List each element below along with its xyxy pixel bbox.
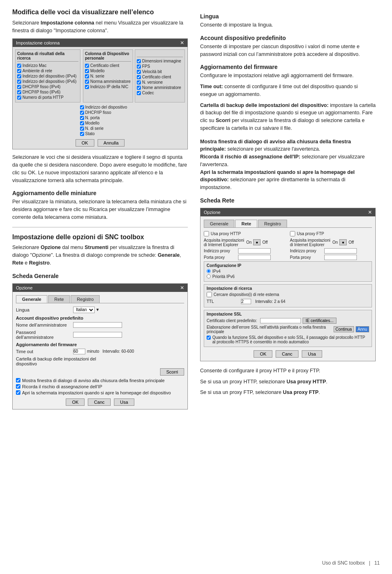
para-account: Consente di impostare per ciascun dispos…: [200, 43, 376, 58]
ssl-checkbox[interactable]: [207, 336, 211, 340]
on-btn-ftp[interactable]: ●: [339, 239, 347, 245]
ipv4-label: IPv4: [212, 269, 220, 274]
section-snc: Impostazione delle opzioni di SNC toolbo…: [12, 233, 188, 267]
ricerca-section: Impostazione di ricerca Cercare disposit…: [204, 284, 372, 307]
elaborazione-label: Elaborazione dell’errore SSL nell’attivi…: [207, 325, 332, 334]
rete-usa-button[interactable]: Usa: [302, 350, 322, 358]
tab-rete-generale[interactable]: Generale: [204, 220, 234, 227]
col-check-nver: N. versione: [137, 80, 183, 85]
tab-generale[interactable]: Generale: [16, 295, 47, 303]
ind-proxy-http-input[interactable]: [238, 248, 271, 254]
nome-label: Nome dell’amministratore: [16, 323, 73, 327]
col-check-dhcp-disp: DHCP/IP fisso: [80, 110, 132, 115]
dialog-opzione-generale: Opzione ✕ Generale Rete Registro Lingua: [12, 283, 188, 409]
dialog-close-colonna[interactable]: ✕: [180, 40, 184, 46]
on-btn-http[interactable]: ●: [253, 239, 261, 245]
config-ip-label: Configurazione IP: [207, 263, 369, 268]
ssl-section-label: Impostazione SSL: [207, 312, 369, 316]
annu-button[interactable]: Annu: [356, 326, 369, 332]
password-row: Password dell’amministratore: [16, 330, 184, 340]
tab-rete-registro[interactable]: Registro: [258, 220, 287, 227]
proxy-ftp-checkbox[interactable]: [290, 231, 295, 236]
col-section-dispositivo2: . Dimensioni immagine FPS Velocità bit C…: [135, 49, 185, 102]
section-firmware: Aggiornamento del firmware Configurare l…: [200, 64, 376, 132]
proxy-ftp-check-row: Usa proxy FTP: [290, 231, 372, 236]
col-check-nic: Indirizzo IP della NIC: [85, 85, 131, 89]
off-label-ftp: Off: [348, 240, 354, 245]
scorri-button[interactable]: Scorri: [160, 368, 184, 376]
cercare-checkbox[interactable]: [207, 292, 212, 297]
ind-proxy-http-row: Indirizzo proxy: [204, 248, 286, 254]
tab-rete[interactable]: Rete: [48, 295, 70, 303]
ie-cert-button[interactable]: IE certificates...: [303, 318, 336, 324]
cartella-label: Cartella di backup delle impostazioni de…: [16, 356, 98, 366]
password-label: Password dell’amministratore: [16, 330, 73, 340]
check1-input[interactable]: [16, 378, 20, 383]
ipv6-radio[interactable]: [207, 274, 211, 278]
cert-input[interactable]: [260, 318, 301, 323]
dialog-title-bar-generale: Opzione ✕: [13, 284, 187, 292]
generale-usa-button[interactable]: Usa: [114, 398, 134, 406]
heading-scheda-rete: Scheda Rete: [200, 197, 376, 204]
col-check-dim: Dimensioni immagine: [137, 59, 183, 63]
dialog-close-rete[interactable]: ✕: [368, 209, 372, 215]
porta-proxy-http-input[interactable]: [238, 255, 271, 260]
password-input[interactable]: [73, 332, 122, 338]
col-check-dhcp6: DHCP/IP fisso (IPv6): [17, 90, 78, 94]
generale-ok-button[interactable]: OK: [66, 398, 85, 406]
tab-rete-rete[interactable]: Rete: [235, 220, 257, 227]
ind-proxy-http-label: Indirizzo proxy: [204, 249, 236, 253]
ttl-input[interactable]: [241, 299, 251, 304]
dialog-close-generale[interactable]: ✕: [180, 285, 184, 291]
check1-row: Mostra finestra di dialogo di avviso all…: [16, 378, 184, 383]
rete-ok-button[interactable]: OK: [254, 350, 272, 358]
para-snc: Selezionare Opzione dal menu Strumenti p…: [12, 244, 188, 267]
generale-canc-button[interactable]: Canc: [88, 398, 111, 406]
lingua-row: Lingua Italian ▼: [16, 307, 184, 313]
lingua-select[interactable]: Italian: [73, 307, 95, 313]
minuto-label: minuto: [87, 349, 99, 354]
config-ip-section: Configurazione IP IPv4 Priorità IPv6: [204, 261, 372, 282]
porta-proxy-http-row: Porta proxy: [204, 255, 286, 260]
para-lingua: Consente di impostare la lingua.: [200, 21, 376, 29]
proxy-http-check-row: Usa proxy HTTP: [204, 231, 286, 236]
dialog-title-generale: Opzione: [16, 285, 33, 290]
ttl-label: TTL: [207, 299, 239, 304]
page-number: 11: [374, 560, 380, 566]
col-check-velbit: Velocità bit: [137, 69, 183, 74]
on-off-http: On ● Off: [246, 239, 268, 245]
col-section-title-dispositivo2: .: [137, 51, 183, 57]
col-section-risultati: Colonna di risultati della ricerca Indir…: [15, 49, 80, 102]
col-dialog-buttons: OK Annulla: [13, 138, 187, 149]
para-firmware-timeout: Time out: consente di configurare il tim…: [200, 83, 376, 98]
section-scheda-generale: Scheda Generale Opzione ✕ Generale Rete …: [12, 273, 188, 409]
acquis-http-row: Acquisita impostazioni di Internet Explo…: [204, 238, 286, 247]
heading-snc: Impostazione delle opzioni di SNC toolbo…: [12, 233, 188, 242]
rete-canc-button[interactable]: Canc: [276, 350, 298, 358]
ind-proxy-ftp-row: Indirizzo proxy: [290, 248, 372, 254]
col-check-stato: Stato: [80, 131, 132, 136]
proxy-http-col: Usa proxy HTTP Acquisita impostazioni di…: [204, 231, 286, 261]
ind-proxy-ftp-input[interactable]: [324, 248, 357, 254]
proxy-http-checkbox[interactable]: [204, 231, 209, 236]
nome-input[interactable]: [73, 322, 122, 328]
ssl-section: Impostazione SSL Certificato client pred…: [204, 310, 372, 347]
col-section-dispositivo: Colonna di Dispositivo personale Certifi…: [83, 49, 133, 102]
continua-button[interactable]: Continua: [334, 326, 354, 332]
tab-registro[interactable]: Registro: [71, 295, 100, 303]
ttl-row: TTL Intervallo: 2 a 64: [207, 299, 369, 304]
check2-input[interactable]: [16, 384, 20, 389]
colonna-ok-button[interactable]: OK: [76, 139, 94, 147]
porta-proxy-ftp-input[interactable]: [324, 255, 357, 260]
colonna-annulla-button[interactable]: Annulla: [98, 139, 125, 147]
timeout-input[interactable]: [73, 349, 85, 354]
col-check-modello2: Modello: [80, 121, 132, 125]
ricerca-section-label: Impostazione di ricerca: [207, 286, 369, 291]
col-check-nomeamm: Nome amministratore: [137, 85, 183, 90]
on-label-ftp: On: [332, 240, 338, 245]
timeout-label: Time out: [16, 349, 73, 354]
col-check-fps: FPS: [137, 64, 183, 69]
check3-input[interactable]: [16, 390, 20, 395]
col-check-dhcp4: DHCP/IP fisso (IPv4): [17, 85, 78, 89]
ipv4-radio[interactable]: [207, 269, 211, 273]
